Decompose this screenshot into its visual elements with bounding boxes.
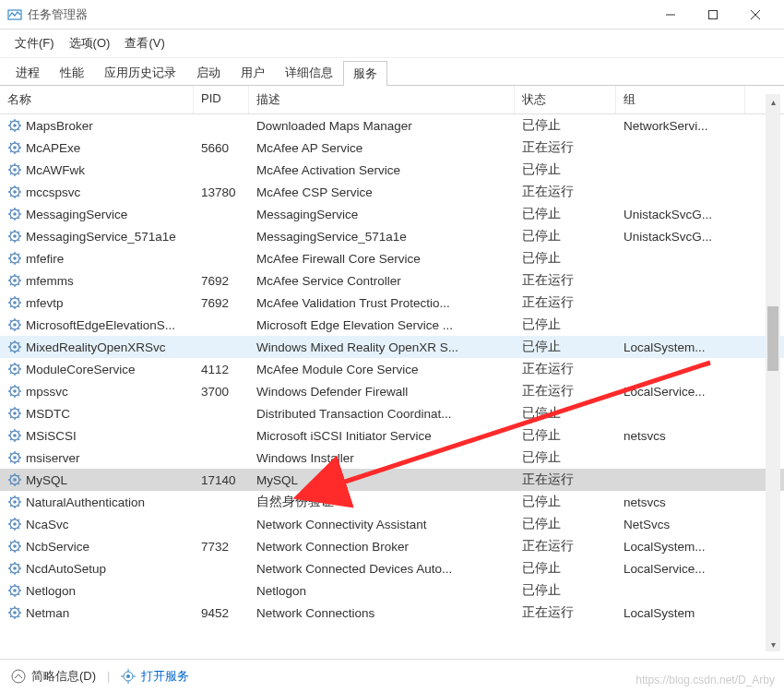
service-row[interactable]: MessagingService_571a1eMessagingService_… — [0, 225, 784, 247]
svg-point-6 — [13, 124, 17, 127]
service-row[interactable]: ModuleCoreService4112McAfee Module Core … — [0, 358, 784, 380]
svg-point-116 — [13, 367, 17, 371]
tab-用户[interactable]: 用户 — [231, 60, 275, 85]
taskmgr-icon — [7, 7, 22, 22]
service-row[interactable]: mfemms7692McAfee Service Controller正在运行 — [0, 269, 784, 292]
svg-line-71 — [10, 254, 12, 256]
services-icon — [121, 669, 136, 684]
service-row[interactable]: MSDTCDistributed Transaction Coordinat..… — [0, 402, 784, 424]
tab-启动[interactable]: 启动 — [186, 60, 231, 85]
cell-desc: McAfee Service Controller — [249, 274, 515, 288]
scroll-up-arrow[interactable]: ▴ — [766, 94, 780, 109]
open-services-link[interactable]: 打开服务 — [121, 668, 189, 685]
svg-line-34 — [18, 165, 20, 167]
svg-line-211 — [10, 564, 12, 566]
svg-line-173 — [10, 483, 12, 485]
service-row[interactable]: MapsBrokerDownloaded Maps Manager已停止Netw… — [0, 114, 784, 137]
service-row[interactable]: mfefireMcAfee Firewall Core Service已停止 — [0, 247, 784, 269]
service-row[interactable]: NcdAutoSetupNetwork Connected Devices Au… — [0, 557, 784, 579]
svg-line-31 — [10, 165, 12, 167]
cell-status: 正在运行 — [515, 538, 616, 555]
services-grid: 名称 PID 描述 状态 组 MapsBrokerDownloaded Maps… — [0, 86, 784, 663]
col-desc[interactable]: 描述 — [249, 86, 515, 113]
col-name[interactable]: 名称 — [0, 86, 194, 113]
service-row[interactable]: mpssvc3700Windows Defender Firewall正在运行L… — [0, 380, 784, 402]
service-row[interactable]: MSiSCSIMicrosoft iSCSI Initiator Service… — [0, 424, 784, 447]
svg-line-81 — [10, 276, 12, 278]
menu-file[interactable]: 文件(F) — [9, 33, 60, 54]
col-status[interactable]: 状态 — [515, 86, 616, 113]
svg-line-72 — [18, 262, 20, 264]
service-row[interactable]: Netman9452Network Connections正在运行LocalSy… — [0, 602, 784, 624]
close-button[interactable] — [734, 0, 777, 30]
svg-point-136 — [13, 412, 17, 415]
cell-status: 已停止 — [515, 449, 616, 466]
tab-详细信息[interactable]: 详细信息 — [275, 60, 343, 85]
cell-group: LocalService... — [616, 385, 745, 399]
cell-desc: McAfee Module Core Service — [249, 363, 515, 376]
svg-line-13 — [10, 129, 12, 131]
cell-pid: 7692 — [194, 296, 249, 310]
svg-line-143 — [10, 417, 12, 419]
svg-line-122 — [18, 373, 20, 375]
cell-status: 正在运行 — [515, 294, 616, 311]
col-group[interactable]: 组 — [616, 86, 745, 113]
scroll-thumb[interactable] — [767, 306, 778, 371]
service-row[interactable]: McAPExe5660McAfee AP Service正在运行 — [0, 137, 784, 159]
service-row[interactable]: McAWFwkMcAfee Activation Service已停止 — [0, 159, 784, 181]
service-row[interactable]: NetlogonNetlogon已停止 — [0, 579, 784, 602]
tab-性能[interactable]: 性能 — [50, 60, 94, 85]
service-row[interactable]: NcaSvcNetwork Connectivity Assistant已停止N… — [0, 513, 784, 535]
cell-name: MapsBroker — [0, 118, 194, 133]
svg-line-204 — [18, 542, 20, 543]
svg-line-53 — [10, 218, 12, 220]
svg-line-82 — [18, 284, 20, 286]
svg-point-56 — [13, 234, 17, 238]
menu-options[interactable]: 选项(O) — [64, 33, 116, 54]
cell-status: 已停止 — [515, 206, 616, 222]
cell-pid: 4112 — [194, 363, 249, 376]
vertical-scrollbar[interactable]: ▴ ▾ — [766, 94, 780, 651]
service-row[interactable]: MicrosoftEdgeElevationS...Microsoft Edge… — [0, 314, 784, 336]
service-row[interactable]: NcbService7732Network Connection Broker正… — [0, 535, 784, 557]
svg-point-46 — [13, 212, 17, 216]
cell-name: McAWFwk — [0, 162, 194, 177]
cell-status: 已停止 — [515, 250, 616, 267]
cell-group: LocalSystem — [616, 606, 745, 620]
svg-line-172 — [18, 483, 20, 485]
service-row[interactable]: msiserverWindows Installer已停止 — [0, 447, 784, 469]
svg-line-52 — [18, 218, 20, 220]
service-row[interactable]: MixedRealityOpenXRSvcWindows Mixed Reali… — [0, 336, 784, 358]
service-row[interactable]: NaturalAuthentication自然身份验证已停止netsvcs — [0, 491, 784, 513]
maximize-button[interactable] — [692, 0, 734, 30]
cell-desc: Windows Installer — [249, 451, 515, 465]
cell-group: netsvcs — [616, 495, 745, 509]
menu-view[interactable]: 查看(V) — [119, 33, 170, 54]
cell-desc: MessagingService — [249, 208, 515, 221]
tab-进程[interactable]: 进程 — [6, 60, 50, 85]
svg-line-214 — [18, 564, 20, 566]
service-row[interactable]: MySQL17140MySQL正在运行 — [0, 469, 784, 491]
cell-name: McAPExe — [0, 140, 194, 155]
svg-line-62 — [18, 240, 20, 242]
service-row[interactable]: MessagingServiceMessagingService已停止Unist… — [0, 203, 784, 225]
col-pid[interactable]: PID — [194, 86, 249, 113]
svg-line-112 — [18, 351, 20, 352]
cell-name: msiserver — [0, 450, 194, 465]
scroll-down-arrow[interactable]: ▾ — [766, 637, 780, 651]
service-row[interactable]: mfevtp7692McAfee Validation Trust Protec… — [0, 292, 784, 314]
svg-line-111 — [10, 342, 12, 344]
cell-desc: Netlogon — [249, 584, 515, 598]
svg-point-166 — [13, 478, 17, 482]
brief-info-toggle[interactable]: 简略信息(D) — [11, 668, 96, 685]
svg-line-51 — [10, 209, 12, 211]
cell-name: Netlogon — [0, 583, 194, 598]
svg-point-76 — [13, 279, 17, 282]
minimize-button[interactable] — [649, 0, 692, 30]
cell-desc: Network Connection Broker — [249, 540, 515, 554]
cell-status: 正在运行 — [515, 272, 616, 289]
service-row[interactable]: mccspsvc13780McAfee CSP Service正在运行 — [0, 181, 784, 203]
tab-服务[interactable]: 服务 — [343, 61, 387, 86]
cell-desc: 自然身份验证 — [249, 494, 515, 510]
tab-应用历史记录[interactable]: 应用历史记录 — [94, 60, 186, 85]
